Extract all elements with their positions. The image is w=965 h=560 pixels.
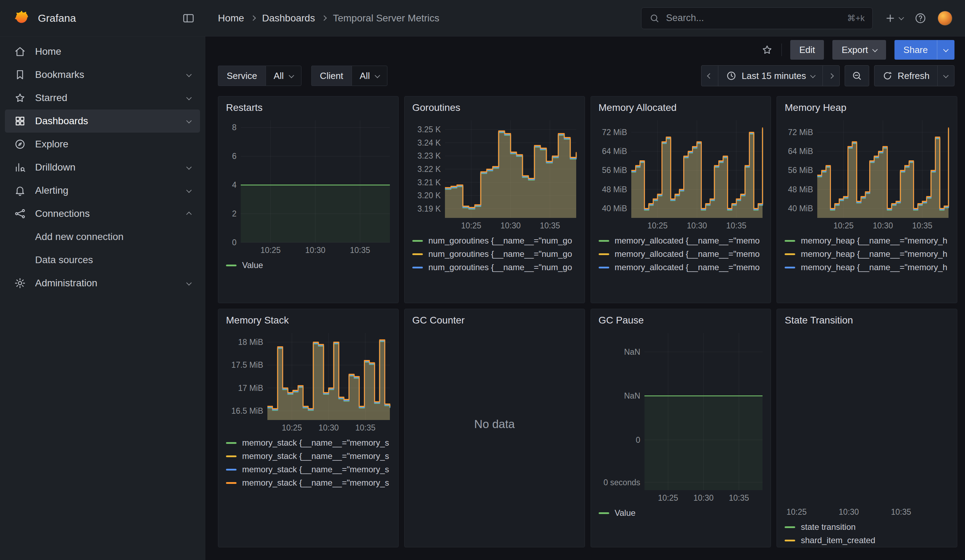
panel-chart[interactable]: 10:2510:3010:35 xyxy=(785,330,951,519)
legend-item[interactable]: memory_allocated {__name__="memo xyxy=(599,274,763,278)
panel-title[interactable]: GC Pause xyxy=(599,315,763,326)
svg-text:10:25: 10:25 xyxy=(787,508,807,516)
breadcrumb-current: Temporal Server Metrics xyxy=(333,13,439,24)
legend-item[interactable]: memory_stack {__name__="memory_s xyxy=(226,476,391,490)
legend-item[interactable]: state transition xyxy=(785,520,949,534)
legend-item[interactable]: memory_heap {__name__="memory_h xyxy=(785,234,949,247)
panel-chart[interactable]: NaNNaN00 seconds10:2510:3010:35 xyxy=(599,330,765,505)
sidebar-item-starred[interactable]: Starred xyxy=(5,87,200,109)
panel-title[interactable]: State Transition xyxy=(785,315,949,326)
panel-chart[interactable]: 18 MiB17.5 MiB17 MiB16.5 MiB10:2510:3010… xyxy=(226,330,393,435)
export-button[interactable]: Export xyxy=(833,40,886,60)
legend-series-label: memory_heap {__name__="memory_h xyxy=(801,263,947,272)
sidebar-item-administration[interactable]: Administration xyxy=(5,272,200,295)
legend-series-label: num_goroutines {__name__="num_go xyxy=(429,249,572,259)
panel-chart[interactable]: 3.25 K3.24 K3.23 K3.22 K3.21 K3.20 K3.19… xyxy=(412,117,579,233)
svg-text:10:35: 10:35 xyxy=(355,423,376,432)
add-menu-button[interactable] xyxy=(885,13,903,24)
legend-item[interactable]: num_goroutines {__name__="num_go xyxy=(412,247,577,261)
legend-item[interactable]: memory_stack {__name__="memory_s xyxy=(226,436,391,449)
legend-series-label: memory_heap {__name__="memory_h xyxy=(801,276,947,278)
legend-series-label: Value xyxy=(615,508,636,518)
panel-chart[interactable]: 72 MiB64 MiB56 MiB48 MiB40 MiB10:2510:30… xyxy=(599,117,765,233)
service-filter: Service All xyxy=(218,65,301,86)
time-shift-back-button[interactable] xyxy=(701,65,718,87)
panel-title[interactable]: Memory Heap xyxy=(785,102,949,113)
svg-text:10:25: 10:25 xyxy=(648,221,668,230)
legend-series-dash xyxy=(785,540,795,541)
refresh-interval-button[interactable] xyxy=(937,65,955,87)
time-shift-forward-button[interactable] xyxy=(823,65,840,87)
sidebar-item-connections[interactable]: Connections xyxy=(5,202,200,225)
legend-item[interactable]: memory_heap {__name__="memory_h xyxy=(785,261,949,274)
panel-chart[interactable]: 0246810:2510:3010:35 xyxy=(226,117,393,257)
sidebar-item-alerting[interactable]: Alerting xyxy=(5,179,200,202)
legend-item[interactable]: num_goroutines {__name__="num_go xyxy=(412,234,577,247)
sidebar-item-dashboards[interactable]: Dashboards xyxy=(5,109,200,132)
sidebar-item-home[interactable]: Home xyxy=(5,40,200,63)
legend-item[interactable]: shard_item_created xyxy=(785,534,949,547)
chevron-left-icon xyxy=(707,73,713,78)
legend-series-dash xyxy=(226,264,237,266)
search-input[interactable]: Search... ⌘+k xyxy=(641,7,873,29)
legend-item[interactable]: memory_allocated {__name__="memo xyxy=(599,261,763,274)
time-range-picker[interactable]: Last 15 minutes xyxy=(718,65,823,87)
legend-series-label: memory_stack {__name__="memory_s xyxy=(242,478,389,488)
zoom-out-button[interactable] xyxy=(845,65,869,87)
chevron-down-icon xyxy=(899,15,904,20)
sidebar-item-data-sources[interactable]: Data sources xyxy=(5,248,200,272)
sidebar-item-label: Alerting xyxy=(35,185,69,196)
drilldown-icon xyxy=(14,162,26,173)
sidebar-toggle-button[interactable] xyxy=(182,12,195,24)
panel-memory-allocated: Memory Allocated72 MiB64 MiB56 MiB48 MiB… xyxy=(590,96,771,303)
sidebar-item-bookmarks[interactable]: Bookmarks xyxy=(5,63,200,87)
legend-item[interactable]: num_goroutines {__name__="num_go xyxy=(412,261,577,274)
panel-legend: memory_heap {__name__="memory_hmemory_he… xyxy=(785,234,949,278)
legend-series-dash xyxy=(412,240,423,242)
avatar[interactable] xyxy=(938,11,952,26)
breadcrumb-home[interactable]: Home xyxy=(218,13,244,24)
legend-item[interactable]: memory_allocated {__name__="memo xyxy=(599,234,763,247)
panel-title[interactable]: Restarts xyxy=(226,102,391,113)
legend-item[interactable]: Value xyxy=(599,506,763,520)
panel-title[interactable]: GC Counter xyxy=(412,315,577,326)
share-menu-button[interactable] xyxy=(937,40,955,60)
legend-item[interactable]: memory_allocated {__name__="memo xyxy=(599,247,763,261)
breadcrumb-dashboards[interactable]: Dashboards xyxy=(262,13,315,24)
refresh-button[interactable]: Refresh xyxy=(874,65,938,87)
client-filter-label: Client xyxy=(311,65,352,86)
sidebar-item-add-new-connection[interactable]: Add new connection xyxy=(5,225,200,248)
chevron-down-icon xyxy=(186,280,192,286)
legend-item[interactable]: Value xyxy=(226,259,391,272)
legend-item[interactable]: memory_heap {__name__="memory_h xyxy=(785,274,949,278)
share-button[interactable]: Share xyxy=(895,40,937,60)
sidebar-item-label: Bookmarks xyxy=(35,69,84,80)
legend-series-dash xyxy=(785,267,795,268)
sidebar-item-drilldown[interactable]: Drilldown xyxy=(5,156,200,179)
panel-title[interactable]: Memory Stack xyxy=(226,315,391,326)
body-row: HomeBookmarksStarredDashboardsExploreDri… xyxy=(0,36,965,560)
star-dashboard-button[interactable] xyxy=(761,44,773,56)
panel-chart[interactable]: 72 MiB64 MiB56 MiB48 MiB40 MiB10:2510:30… xyxy=(785,117,951,233)
legend-item[interactable]: memory_stack {__name__="memory_s xyxy=(226,463,391,476)
legend-item[interactable]: memory_stack {__name__="memory_s xyxy=(226,449,391,463)
svg-text:8: 8 xyxy=(232,123,237,132)
panel-title[interactable]: Goroutines xyxy=(412,102,577,113)
svg-text:18 MiB: 18 MiB xyxy=(238,338,263,347)
client-filter-value[interactable]: All xyxy=(352,65,388,86)
refresh-group: Refresh xyxy=(874,65,955,87)
svg-text:10:25: 10:25 xyxy=(461,221,481,230)
sidebar-item-explore[interactable]: Explore xyxy=(5,132,200,156)
panel-title[interactable]: Memory Allocated xyxy=(599,102,763,113)
legend-series-label: memory_allocated {__name__="memo xyxy=(615,263,760,272)
service-filter-value[interactable]: All xyxy=(266,65,301,86)
chevron-up-icon xyxy=(186,212,192,217)
grid-icon xyxy=(14,115,26,127)
legend-item[interactable]: num_goroutines {__name__="num_go xyxy=(412,274,577,278)
legend-series-label: num_goroutines {__name__="num_go xyxy=(429,263,572,272)
legend-series-label: memory_stack {__name__="memory_s xyxy=(242,451,389,461)
bookmark-icon xyxy=(14,69,26,81)
legend-item[interactable]: memory_heap {__name__="memory_h xyxy=(785,247,949,261)
edit-button[interactable]: Edit xyxy=(790,40,824,60)
help-button[interactable] xyxy=(914,12,926,24)
